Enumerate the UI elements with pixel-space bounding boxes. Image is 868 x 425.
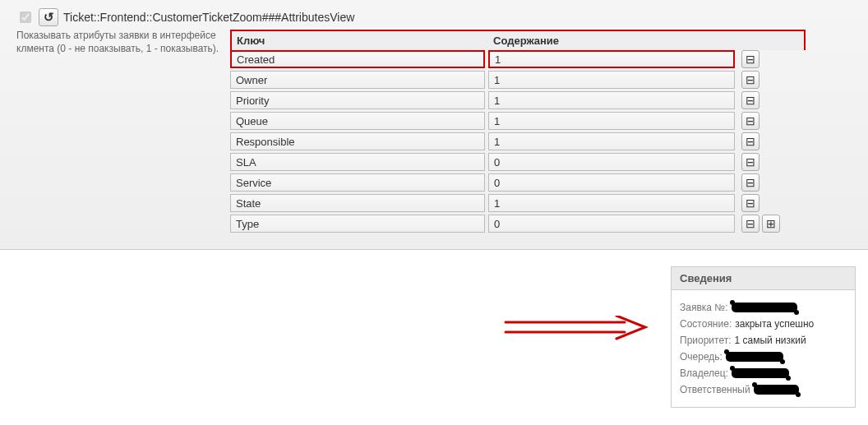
row-buttons: ⊟ bbox=[741, 91, 760, 109]
header-value: Содержание bbox=[488, 31, 804, 50]
table-header: Ключ Содержание bbox=[230, 30, 806, 50]
value-input[interactable] bbox=[488, 194, 735, 212]
value-input[interactable] bbox=[488, 112, 735, 130]
remove-button[interactable]: ⊟ bbox=[741, 112, 760, 130]
remove-button[interactable]: ⊟ bbox=[741, 91, 760, 109]
row-buttons: ⊟ bbox=[741, 71, 760, 89]
table-row: ⊟ bbox=[230, 71, 806, 89]
row-buttons: ⊟ bbox=[741, 173, 760, 192]
table-row: ⊟⊞ bbox=[230, 215, 806, 233]
remove-button[interactable]: ⊟ bbox=[741, 50, 760, 68]
revert-icon: ↺ bbox=[44, 10, 54, 25]
owner-label: Владелец: bbox=[680, 367, 728, 379]
table-row: ⊟ bbox=[230, 132, 806, 150]
state-label: Состояние: bbox=[680, 318, 732, 330]
key-input[interactable] bbox=[230, 215, 485, 233]
remove-button[interactable]: ⊟ bbox=[741, 215, 760, 233]
info-panel: Сведения Заявка №: Состояние: закрыта ус… bbox=[671, 266, 856, 408]
remove-button[interactable]: ⊟ bbox=[741, 71, 760, 89]
row-buttons: ⊟ bbox=[741, 112, 760, 130]
config-block: ↺ Ticket::Frontend::CustomerTicketZoom##… bbox=[0, 0, 868, 250]
row-buttons: ⊟ bbox=[741, 132, 760, 150]
value-input[interactable] bbox=[488, 91, 735, 109]
add-button[interactable]: ⊞ bbox=[762, 215, 780, 233]
value-input[interactable] bbox=[488, 132, 735, 150]
info-panel-title: Сведения bbox=[672, 267, 855, 290]
row-buttons: ⊟ bbox=[741, 194, 760, 212]
table-row: ⊟ bbox=[230, 194, 806, 212]
row-buttons: ⊟ bbox=[741, 153, 760, 171]
key-input[interactable] bbox=[230, 194, 485, 212]
config-table: Ключ Содержание ⊟⊟⊟⊟⊟⊟⊟⊟⊟⊞ bbox=[230, 30, 806, 233]
lower-area: Сведения Заявка №: Состояние: закрыта ус… bbox=[0, 250, 868, 414]
row-buttons: ⊟⊞ bbox=[741, 215, 780, 233]
table-row: ⊟ bbox=[230, 50, 806, 68]
ticket-no-label: Заявка №: bbox=[680, 302, 728, 313]
table-row: ⊟ bbox=[230, 173, 806, 192]
queue-label: Очередь: bbox=[680, 351, 723, 363]
info-state: Состояние: закрыта успешно bbox=[680, 318, 847, 330]
key-input[interactable] bbox=[230, 112, 485, 130]
config-body: Показывать атрибуты заявки в интерфейсе … bbox=[16, 30, 852, 233]
info-responsible: Ответственный bbox=[680, 384, 847, 395]
responsible-label: Ответственный bbox=[680, 384, 750, 395]
redacted-value bbox=[726, 352, 783, 362]
value-input[interactable] bbox=[488, 71, 735, 89]
annotation-arrow bbox=[501, 316, 649, 340]
remove-button[interactable]: ⊟ bbox=[741, 132, 760, 150]
row-buttons: ⊟ bbox=[741, 50, 760, 68]
info-priority: Приоритет: 1 самый низкий bbox=[680, 335, 847, 346]
info-panel-body: Заявка №: Состояние: закрыта успешно При… bbox=[672, 290, 855, 407]
table-row: ⊟ bbox=[230, 153, 806, 171]
key-input[interactable] bbox=[230, 50, 485, 68]
value-input[interactable] bbox=[488, 153, 735, 171]
state-value: закрыта успешно bbox=[735, 318, 814, 330]
value-input[interactable] bbox=[488, 215, 735, 233]
config-header: ↺ Ticket::Frontend::CustomerTicketZoom##… bbox=[16, 8, 852, 26]
table-row: ⊟ bbox=[230, 112, 806, 130]
key-input[interactable] bbox=[230, 91, 485, 109]
config-description: Показывать атрибуты заявки в интерфейсе … bbox=[16, 30, 230, 55]
key-input[interactable] bbox=[230, 132, 485, 150]
key-input[interactable] bbox=[230, 71, 485, 89]
redacted-value bbox=[732, 303, 797, 312]
info-owner: Владелец: bbox=[680, 367, 847, 379]
remove-button[interactable]: ⊟ bbox=[741, 194, 760, 212]
redacted-value bbox=[754, 385, 799, 395]
priority-label: Приоритет: bbox=[680, 335, 732, 346]
info-queue: Очередь: bbox=[680, 351, 847, 363]
revert-button[interactable]: ↺ bbox=[39, 8, 58, 26]
remove-button[interactable]: ⊟ bbox=[741, 153, 760, 171]
remove-button[interactable]: ⊟ bbox=[741, 173, 760, 192]
redacted-value bbox=[732, 368, 789, 378]
priority-value: 1 самый низкий bbox=[735, 335, 806, 346]
header-key: Ключ bbox=[232, 31, 488, 50]
info-ticket-no: Заявка №: bbox=[680, 302, 847, 313]
config-title: Ticket::Frontend::CustomerTicketZoom###A… bbox=[63, 11, 354, 24]
value-input[interactable] bbox=[488, 173, 735, 192]
value-input[interactable] bbox=[488, 50, 735, 68]
key-input[interactable] bbox=[230, 153, 485, 171]
table-row: ⊟ bbox=[230, 91, 806, 109]
key-input[interactable] bbox=[230, 173, 485, 192]
enable-checkbox[interactable] bbox=[20, 12, 31, 23]
